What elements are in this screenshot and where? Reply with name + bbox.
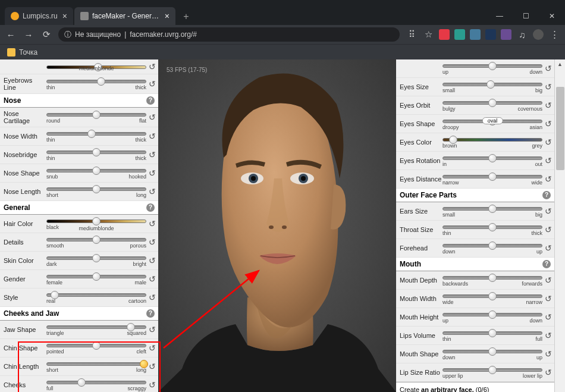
menu-icon[interactable]: ⋮: [548, 29, 560, 40]
slider-handle[interactable]: [488, 242, 497, 250]
slider-handle[interactable]: [77, 378, 86, 387]
undo-icon[interactable]: ↺: [147, 187, 157, 196]
slider-track[interactable]: [442, 101, 542, 105]
scrollbar[interactable]: ▲: [554, 59, 565, 392]
extension-icon[interactable]: [470, 29, 481, 40]
undo-icon[interactable]: ↺: [147, 380, 157, 390]
slider-handle[interactable]: [488, 292, 497, 300]
slider-track[interactable]: [46, 219, 146, 223]
undo-icon[interactable]: ↺: [544, 243, 553, 253]
slider-handle[interactable]: [140, 360, 148, 368]
slider-handle[interactable]: [51, 291, 59, 299]
url-field[interactable]: ⓘ Не защищено | facemaker.uvrg.org/#: [58, 27, 400, 42]
slider-track[interactable]: [442, 64, 542, 68]
bookmark-item[interactable]: Точка: [19, 48, 37, 57]
slider-track[interactable]: [46, 150, 146, 154]
undo-icon[interactable]: ↺: [147, 256, 157, 265]
undo-icon[interactable]: ↺: [544, 82, 553, 92]
slider-handle[interactable]: [488, 223, 497, 231]
undo-icon[interactable]: ↺: [147, 362, 157, 371]
slider-handle[interactable]: [92, 167, 101, 175]
slider-handle[interactable]: [92, 217, 101, 225]
media-icon[interactable]: ♫: [516, 30, 528, 40]
help-icon[interactable]: ?: [146, 96, 155, 105]
slider-track[interactable]: [442, 207, 542, 211]
slider-handle[interactable]: [488, 311, 497, 319]
undo-icon[interactable]: ↺: [147, 343, 157, 353]
slider-handle[interactable]: [127, 323, 135, 331]
close-icon[interactable]: ×: [62, 11, 67, 21]
slider-handle[interactable]: [488, 99, 497, 107]
scroll-up-icon[interactable]: ▲: [555, 59, 565, 69]
slider-handle[interactable]: [92, 111, 101, 119]
slider-handle[interactable]: [92, 185, 101, 193]
undo-icon[interactable]: ↺: [544, 368, 553, 377]
slider-track[interactable]: [46, 256, 146, 260]
slider-track[interactable]: [442, 350, 542, 353]
undo-icon[interactable]: ↺: [544, 156, 553, 165]
slider-handle[interactable]: [488, 329, 497, 337]
undo-icon[interactable]: ↺: [544, 275, 553, 285]
slider-track[interactable]: [46, 113, 146, 117]
slider-track[interactable]: [46, 362, 146, 366]
star-icon[interactable]: ☆: [422, 29, 434, 40]
minimize-button[interactable]: —: [486, 7, 513, 25]
undo-icon[interactable]: ↺: [147, 131, 157, 141]
undo-icon[interactable]: ↺: [544, 206, 553, 216]
help-icon[interactable]: ?: [146, 203, 155, 212]
slider-handle[interactable]: [92, 236, 101, 244]
slider-handle[interactable]: [87, 130, 96, 138]
help-icon[interactable]: ?: [542, 260, 551, 268]
slider-track[interactable]: oval: [442, 120, 542, 123]
tab-lumpics[interactable]: Lumpics.ru ×: [5, 7, 73, 25]
undo-icon[interactable]: ↺: [544, 101, 553, 110]
slider-handle[interactable]: [488, 173, 497, 181]
slider-handle[interactable]: [449, 136, 457, 144]
help-icon[interactable]: ?: [542, 191, 551, 199]
undo-icon[interactable]: ↺: [147, 293, 157, 302]
undo-icon[interactable]: ↺: [147, 62, 157, 71]
slider-track[interactable]: [46, 238, 146, 242]
translate-icon[interactable]: ⠿: [406, 29, 418, 40]
reload-button[interactable]: ⟳: [40, 29, 52, 40]
undo-icon[interactable]: ↺: [544, 331, 553, 340]
extension-icon[interactable]: [439, 29, 450, 40]
help-icon[interactable]: ?: [146, 309, 155, 318]
slider-track[interactable]: [46, 275, 146, 278]
undo-icon[interactable]: ↺: [147, 168, 157, 178]
slider-handle[interactable]: [488, 347, 497, 356]
scroll-thumb[interactable]: [556, 87, 564, 170]
back-button[interactable]: ←: [5, 30, 17, 40]
slider-track[interactable]: [46, 169, 146, 173]
undo-icon[interactable]: ↺: [544, 349, 553, 359]
slider-handle[interactable]: [92, 272, 101, 281]
undo-icon[interactable]: ↺: [544, 294, 553, 303]
slider-track[interactable]: [46, 344, 146, 347]
undo-icon[interactable]: ↺: [544, 312, 553, 322]
slider-track[interactable]: [46, 187, 146, 191]
avatar[interactable]: [533, 29, 544, 40]
slider-track[interactable]: [46, 325, 146, 329]
undo-icon[interactable]: ↺: [544, 119, 553, 128]
slider-track[interactable]: [442, 313, 542, 316]
undo-icon[interactable]: ↺: [147, 325, 157, 334]
extension-icon[interactable]: [501, 29, 511, 40]
slider-track[interactable]: [46, 132, 146, 136]
undo-icon[interactable]: ↺: [544, 225, 553, 234]
extension-icon[interactable]: [485, 29, 496, 40]
forward-button[interactable]: →: [23, 30, 34, 40]
slider-handle[interactable]: [92, 148, 101, 156]
undo-icon[interactable]: ↺: [544, 64, 553, 73]
maximize-button[interactable]: ☐: [513, 7, 539, 25]
slider-track[interactable]: [442, 138, 542, 142]
undo-icon[interactable]: ↺: [544, 137, 553, 147]
slider-track[interactable]: [46, 80, 146, 83]
3d-viewport[interactable]: 53 FPS (17-75): [158, 59, 396, 392]
slider-handle[interactable]: [488, 154, 497, 162]
slider-track[interactable]: [442, 368, 542, 372]
slider-track[interactable]: [442, 294, 542, 298]
undo-icon[interactable]: ↺: [147, 150, 157, 159]
undo-icon[interactable]: ↺: [147, 79, 157, 89]
slider-handle[interactable]: [488, 205, 497, 213]
undo-icon[interactable]: ↺: [147, 219, 157, 228]
